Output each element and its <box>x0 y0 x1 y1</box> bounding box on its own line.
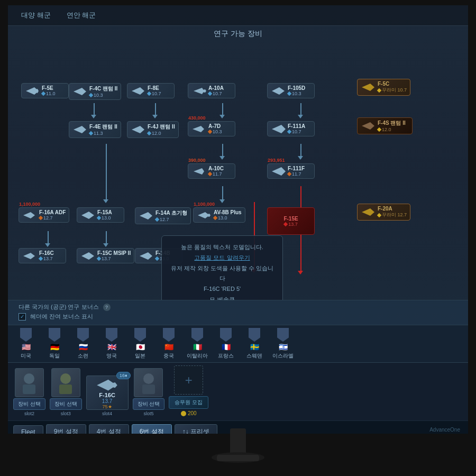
tab-ocean-navy[interactable]: 대양 해군 <box>19 10 53 21</box>
label-sweden: 스웨덴 <box>246 352 262 360</box>
diamond-f5e <box>41 91 45 96</box>
aircraft-f16c[interactable]: F-16C 13.7 <box>19 248 66 263</box>
red-arrowhead-2 <box>298 271 303 274</box>
aircraft-avbb[interactable]: AV-8B Plus 13.0 1,100,000 <box>193 207 245 223</box>
aircraft-f4j[interactable]: F-4J 팬텀 II 12.0 <box>127 121 179 138</box>
arrowhead-v3 <box>219 115 225 118</box>
popup-link[interactable]: 고품질 모드 알려우기 <box>170 253 274 263</box>
plane-icon-f5e <box>25 86 40 96</box>
plane-icon-f20a <box>361 207 376 217</box>
aircraft-f105d[interactable]: F-105D 10.3 <box>267 83 315 98</box>
diamond-f15e <box>283 222 288 226</box>
plane-icon-f16a <box>22 210 37 221</box>
nation-uk[interactable]: 🇬🇧 영국 <box>99 328 124 360</box>
aircraft-a7d[interactable]: A-7D 10.3 430,000 <box>188 121 235 136</box>
popup-line5: 모 베솔큰 <box>170 295 274 300</box>
cost-f16a: 1,100,000 <box>19 202 40 207</box>
arrowhead-v1 <box>91 115 96 118</box>
nav-setting4[interactable]: 4번 설정 <box>89 424 129 434</box>
diamond-avbb <box>213 216 217 220</box>
aircraft-f5c[interactable]: F-5C 꾸라미 10.7 <box>357 79 410 96</box>
aircraft-f20a[interactable]: F-20A 꾸라미 12.7 <box>357 204 410 221</box>
nation-shield-japan <box>134 328 146 342</box>
plane-icon-avbb <box>197 210 212 221</box>
aircraft-slot-4[interactable]: 16♦ F-16C 13.7 75★ <box>86 376 129 410</box>
nation-usa[interactable]: 🇺🇸 미국 <box>13 328 39 360</box>
label-ussr: 소련 <box>78 352 88 360</box>
svg-rect-5 <box>142 385 155 394</box>
nation-shield-israel <box>277 328 289 342</box>
diamond-f111a <box>287 130 291 134</box>
plane-icon-f14b <box>139 251 153 261</box>
label-israel: 이스라엘 <box>272 352 294 360</box>
aircraft-f111f[interactable]: F-111F 11.7 293,951 <box>267 163 315 179</box>
arrowhead-v8 <box>103 199 108 203</box>
diamond-f4c <box>89 93 93 97</box>
nation-italy[interactable]: 🇮🇹 이탈리아 <box>185 328 210 360</box>
nav-fleet[interactable]: Fleet <box>13 425 43 434</box>
plane-icon-f5c <box>361 82 376 93</box>
aircraft-f15e[interactable]: F-15E 13.7 <box>267 207 315 235</box>
label-uk: 영국 <box>106 352 117 360</box>
slot-name-4: F-16C <box>99 392 115 398</box>
diamond-f15c <box>97 257 101 261</box>
nav-setting9[interactable]: 9번 설정 <box>46 424 86 434</box>
plane-icon-f105d <box>271 86 286 96</box>
nation-germany[interactable]: 🇩🇪 독일 <box>42 328 67 360</box>
svg-point-4 <box>143 373 154 384</box>
nation-sweden[interactable]: 🇸🇪 스웨덴 <box>242 328 267 360</box>
recruit-cost: 200 <box>181 410 197 416</box>
bonus-label-2: 헤더에 잔여 보너스 표시 <box>30 313 93 321</box>
cost-a7d: 430,000 <box>188 115 206 121</box>
nation-shield-ussr <box>77 328 89 342</box>
bonus-checkbox[interactable] <box>19 313 26 321</box>
nation-japan[interactable]: 🇯🇵 일본 <box>127 328 153 360</box>
slot-stars-4: 75★ <box>103 404 112 409</box>
aircraft-f5e[interactable]: F-5E 11.0 <box>21 83 69 98</box>
popup-line3: 유저 제작 외창 도색을 사용할 수 있습니다 <box>170 263 274 285</box>
diamond-f4j <box>147 131 151 135</box>
aircraft-f8e[interactable]: F-8E 10.7 <box>127 83 175 98</box>
crew-equip-btn-2[interactable]: 장비 선택 <box>13 398 45 410</box>
aircraft-f4c[interactable]: F-4C 팬텀 II 10.3 <box>69 83 121 100</box>
svg-point-2 <box>60 373 71 384</box>
popup-aircraft-name: F-16C 'RED 5' <box>170 284 274 295</box>
diamond-f20a <box>377 213 381 217</box>
aircraft-a10c[interactable]: A-10C 11.7 390,000 <box>188 163 235 179</box>
diamond-f5c <box>377 88 381 92</box>
nation-france[interactable]: 🇫🇷 프랑스 <box>213 328 239 360</box>
nation-shield-china <box>163 328 175 342</box>
label-china: 중국 <box>163 352 174 360</box>
diamond-f16c <box>39 257 43 261</box>
bonus-info-icon[interactable]: ? <box>103 304 111 311</box>
aircraft-f15a[interactable]: F-15A 13.0 <box>77 207 124 223</box>
nation-ussr[interactable]: 🇷🇺 소련 <box>70 328 96 360</box>
svg-point-0 <box>24 373 34 384</box>
diamond-f4e <box>89 131 93 135</box>
recruit-button[interactable]: 승무원 모집 <box>169 396 208 409</box>
bonus-label-1: 다른 국가의 (공군) 연구 보너스 <box>19 303 99 311</box>
label-france: 프랑스 <box>218 352 234 360</box>
cost-a10c: 390,000 <box>188 158 206 163</box>
nation-china[interactable]: 🇨🇳 중국 <box>156 328 181 360</box>
tab-coastal-navy[interactable]: 연안 해군 <box>64 10 99 21</box>
aircraft-a10a[interactable]: A-10A 10.7 <box>188 83 235 98</box>
crew-slot-2: 장비 선택 slot2 <box>13 368 45 416</box>
aircraft-f4s[interactable]: F-4S 팬텀 II 12.0 <box>357 117 413 134</box>
crew-equip-btn-5[interactable]: 장비 선택 <box>133 398 165 410</box>
nations-bar: 🇺🇸 미국 🇩🇪 독일 🇷🇺 소련 🇬🇧 영국 🇯🇵 <box>8 325 468 363</box>
diamond-f16a <box>39 216 43 220</box>
monitor-stand <box>206 428 270 476</box>
aircraft-f111a[interactable]: F-111A 10.7 <box>267 121 315 136</box>
aircraft-f16a[interactable]: F-16A ADF 12.7 1,100,000 <box>19 207 69 223</box>
crew-slot-3: 장비 선택 slot3 <box>50 368 82 416</box>
nation-israel[interactable]: 🇮🇱 이스라엘 <box>270 328 296 360</box>
svg-rect-8 <box>217 455 259 461</box>
tech-tree: F-5E 11.0 F-4C 팬텀 II 10.3 F-8E <box>8 41 468 300</box>
nav-setting6[interactable]: 6번 설정 <box>132 424 172 434</box>
aircraft-f15c[interactable]: F-15C MSIP II 13.7 <box>77 248 134 263</box>
arrowhead-v7 <box>219 199 225 203</box>
aircraft-f14a[interactable]: F-14A 초기형 12.7 <box>135 207 191 224</box>
aircraft-f4e[interactable]: F-4E 팬텀 II 11.3 <box>69 121 121 138</box>
crew-equip-btn-3[interactable]: 장비 선택 <box>50 398 82 410</box>
